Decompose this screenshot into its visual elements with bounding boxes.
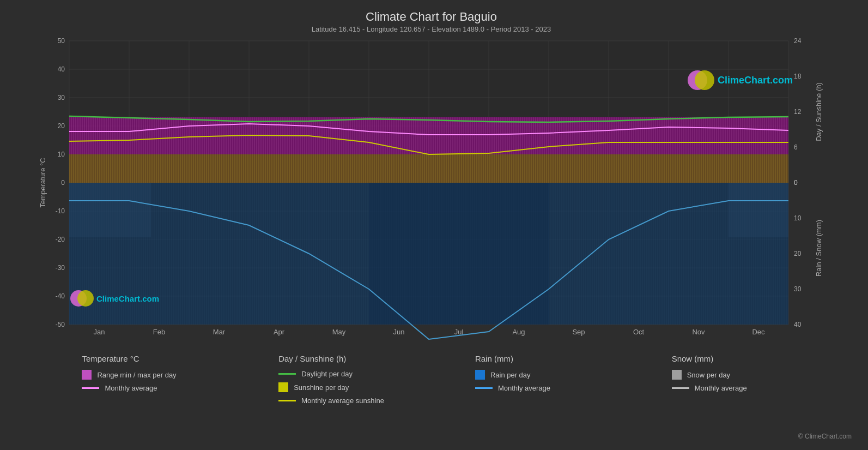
temp-avg-line [82, 387, 99, 389]
svg-text:20: 20 [794, 250, 802, 257]
svg-text:ClimeChart.com: ClimeChart.com [96, 294, 159, 303]
snow-avg-label: Monthly average [695, 384, 747, 392]
svg-rect-36 [69, 183, 151, 237]
legend-rain-day: Rain per day [475, 370, 584, 380]
svg-text:-10: -10 [55, 207, 65, 215]
sunshine-day-swatch [278, 382, 288, 392]
svg-text:20: 20 [57, 122, 65, 130]
svg-text:May: May [332, 328, 345, 336]
svg-text:0: 0 [794, 179, 798, 187]
svg-text:Nov: Nov [692, 328, 705, 336]
svg-text:Day / Sunshine (h): Day / Sunshine (h) [815, 82, 823, 141]
snow-day-swatch [672, 370, 682, 380]
svg-text:Apr: Apr [273, 328, 284, 336]
legend-rain: Rain (mm) Rain per day Monthly average [475, 354, 584, 405]
legend-temp-range: Range min / max per day [82, 370, 191, 380]
legend-area: Temperature °C Range min / max per day M… [5, 344, 857, 405]
chart-subtitle: Latitude 16.415 - Longitude 120.657 - El… [5, 25, 857, 33]
svg-text:-20: -20 [55, 236, 65, 243]
legend-sunshine-title: Day / Sunshine (h) [278, 354, 387, 363]
svg-rect-35 [369, 183, 549, 325]
legend-sunshine: Day / Sunshine (h) Daylight per day Suns… [278, 354, 387, 405]
svg-point-78 [77, 290, 94, 307]
svg-text:Jul: Jul [454, 328, 463, 336]
temp-avg-label: Monthly average [105, 384, 157, 392]
copyright: © ClimeChart.com [798, 433, 852, 440]
legend-sunshine-avg: Monthly average sunshine [278, 397, 387, 405]
svg-text:Feb: Feb [153, 328, 165, 336]
rain-day-label: Rain per day [490, 371, 531, 379]
rain-avg-line [475, 387, 493, 389]
svg-text:24: 24 [794, 37, 802, 45]
svg-text:Temperature °C: Temperature °C [39, 158, 47, 207]
svg-rect-37 [729, 183, 788, 237]
chart-area: 50 40 30 20 10 0 -10 -20 -30 -40 -50 24 … [37, 35, 827, 341]
temp-range-label: Range min / max per day [97, 371, 176, 379]
svg-text:Oct: Oct [633, 328, 644, 336]
svg-text:-30: -30 [55, 264, 65, 272]
chart-container: Climate Chart for Baguio Latitude 16.415… [0, 0, 868, 450]
sunshine-day-label: Sunshine per day [294, 383, 349, 392]
legend-snow-day: Snow per day [672, 370, 781, 380]
svg-text:Aug: Aug [512, 328, 525, 336]
svg-text:12: 12 [794, 108, 802, 116]
svg-text:Rain / Snow (mm): Rain / Snow (mm) [815, 220, 823, 277]
svg-rect-34 [69, 154, 788, 183]
rain-day-swatch [475, 370, 485, 380]
legend-daylight: Daylight per day [278, 370, 387, 378]
svg-text:30: 30 [794, 285, 802, 293]
legend-temperature: Temperature °C Range min / max per day M… [82, 354, 191, 405]
svg-point-75 [695, 70, 714, 90]
daylight-line [278, 373, 296, 375]
legend-sunshine-day: Sunshine per day [278, 382, 387, 392]
svg-text:Sep: Sep [572, 328, 585, 336]
svg-text:18: 18 [794, 73, 802, 80]
legend-snow: Snow (mm) Snow per day Monthly average [672, 354, 781, 405]
svg-text:Dec: Dec [752, 328, 765, 336]
svg-text:30: 30 [57, 94, 65, 101]
legend-temp-title: Temperature °C [82, 354, 191, 363]
sunshine-avg-label: Monthly average sunshine [301, 397, 384, 405]
svg-text:-50: -50 [55, 321, 65, 328]
svg-text:-40: -40 [55, 292, 65, 300]
rain-avg-label: Monthly average [498, 384, 550, 392]
chart-title: Climate Chart for Baguio [5, 10, 857, 24]
daylight-label: Daylight per day [301, 370, 353, 378]
legend-rain-title: Rain (mm) [475, 354, 584, 363]
title-area: Climate Chart for Baguio Latitude 16.415… [5, 5, 857, 35]
svg-text:50: 50 [57, 37, 65, 45]
sunshine-avg-line [278, 400, 296, 401]
legend-rain-avg: Monthly average [475, 384, 584, 392]
svg-text:40: 40 [794, 321, 802, 328]
temp-range-swatch [82, 370, 92, 380]
legend-snow-avg: Monthly average [672, 384, 781, 392]
svg-text:Jan: Jan [93, 328, 105, 336]
svg-text:40: 40 [57, 65, 65, 73]
svg-text:10: 10 [57, 151, 65, 158]
svg-text:10: 10 [794, 214, 802, 222]
svg-text:6: 6 [794, 143, 798, 151]
legend-temp-avg: Monthly average [82, 384, 191, 392]
svg-text:Jun: Jun [393, 328, 404, 336]
svg-text:ClimeChart.com: ClimeChart.com [718, 75, 793, 86]
legend-snow-title: Snow (mm) [672, 354, 781, 363]
chart-svg: 50 40 30 20 10 0 -10 -20 -30 -40 -50 24 … [37, 35, 827, 341]
snow-avg-line [672, 387, 689, 389]
svg-text:0: 0 [61, 179, 65, 187]
snow-day-label: Snow per day [687, 371, 731, 379]
svg-text:Mar: Mar [213, 328, 225, 336]
